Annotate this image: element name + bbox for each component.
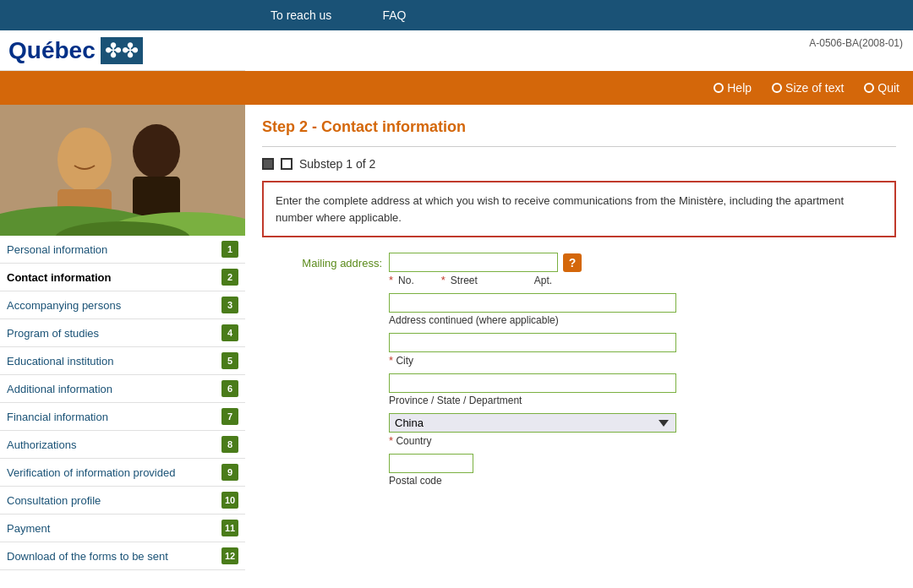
postal-code-sub-label: Postal code: [389, 475, 896, 487]
sidebar-item-educational-institution[interactable]: Educational institution 5: [0, 347, 245, 375]
svg-point-4: [133, 124, 180, 178]
country-controls: China Canada United States France Other …: [389, 413, 896, 447]
nav-faq[interactable]: FAQ: [357, 0, 431, 30]
substep-label: Substep 1 of 2: [299, 157, 375, 171]
sidebar-label: Authorizations: [7, 438, 221, 451]
sidebar-num: 3: [221, 297, 238, 313]
address-continued-input[interactable]: [389, 293, 676, 313]
sidebar-item-consultation-profile[interactable]: Consultation profile 10: [0, 487, 245, 514]
province-input[interactable]: [389, 373, 676, 393]
postal-code-controls: Postal code: [389, 454, 896, 487]
form-section: Mailing address: ? * No. * Street: [262, 253, 896, 487]
apt-label: Apt.: [534, 275, 552, 286]
nav-to-reach-us[interactable]: To reach us: [245, 0, 357, 30]
sidebar-label: Download of the forms to be sent: [7, 550, 221, 563]
sidebar-item-program-of-studies[interactable]: Program of studies 4: [0, 319, 245, 347]
logo-text: Québec: [8, 37, 96, 64]
sidebar-num: 6: [221, 380, 238, 397]
sidebar-item-payment[interactable]: Payment 11: [0, 514, 245, 542]
sidebar-item-authorizations[interactable]: Authorizations 8: [0, 431, 245, 459]
mailing-address-label: Mailing address:: [262, 253, 389, 270]
main-layout: Personal information 1 Contact informati…: [0, 105, 913, 588]
sidebar-num: 8: [221, 436, 238, 453]
province-form-label: [262, 373, 389, 378]
city-row: * City: [262, 333, 896, 367]
sidebar-item-download[interactable]: Download of the forms to be sent 12: [0, 542, 245, 570]
orange-toolbar: Help Size of text Quit: [0, 71, 913, 105]
sidebar-num: 1: [221, 241, 238, 258]
no-required-star: *: [389, 274, 393, 286]
province-sub-label: Province / State / Department: [389, 395, 896, 406]
sidebar-num: 4: [221, 324, 238, 341]
page-title: Step 2 - Contact information: [262, 118, 896, 136]
sidebar-item-financial-information[interactable]: Financial information 7: [0, 403, 245, 431]
svg-text:✤✤: ✤✤: [105, 39, 139, 62]
quit-radio-icon: [864, 83, 874, 93]
country-row: China Canada United States France Other …: [262, 413, 896, 447]
top-nav: To reach us FAQ: [0, 0, 913, 30]
ref-number: A-0506-BA(2008-01): [245, 30, 913, 71]
sidebar: Personal information 1 Contact informati…: [0, 105, 245, 588]
info-box: Enter the complete address at which you …: [262, 181, 896, 237]
sidebar-label: Educational institution: [7, 355, 221, 368]
sidebar-item-personal-information[interactable]: Personal information 1: [0, 236, 245, 264]
city-sub-label: * City: [389, 354, 896, 367]
city-input[interactable]: [389, 333, 676, 352]
postal-code-row: Postal code: [262, 454, 896, 487]
sidebar-num: 7: [221, 408, 238, 425]
sidebar-num: 9: [221, 464, 238, 481]
sidebar-nav: Personal information 1 Contact informati…: [0, 236, 245, 570]
help-button[interactable]: Help: [713, 81, 752, 95]
content-area: Step 2 - Contact information Substep 1 o…: [245, 105, 913, 588]
address-continued-controls: Address continued (where applicable): [389, 293, 896, 326]
sidebar-label: Additional information: [7, 383, 221, 395]
address-continued-row: Address continued (where applicable): [262, 293, 896, 326]
street-label: Street: [451, 275, 478, 286]
no-label: No.: [398, 275, 414, 286]
mailing-address-controls: ? * No. * Street Apt.: [389, 253, 896, 286]
street-required-star: *: [441, 274, 446, 286]
province-controls: Province / State / Department: [389, 373, 896, 406]
size-of-text-radio-icon: [772, 83, 782, 93]
country-sub-label: * Country: [389, 434, 896, 447]
city-form-label: [262, 333, 389, 337]
province-row: Province / State / Department: [262, 373, 896, 406]
sidebar-num: 2: [221, 269, 238, 286]
help-radio-icon: [713, 83, 724, 93]
postal-code-form-label: [262, 454, 389, 458]
sidebar-item-verification[interactable]: Verification of information provided 9: [0, 459, 245, 487]
svg-point-6: [57, 128, 112, 192]
sidebar-num: 11: [221, 520, 238, 536]
postal-code-input[interactable]: [389, 454, 473, 473]
sidebar-photo-svg: [0, 105, 245, 236]
city-controls: * City: [389, 333, 896, 367]
sidebar-item-contact-information[interactable]: Contact information 2: [0, 264, 245, 291]
country-required-star: *: [389, 434, 393, 447]
help-icon-button[interactable]: ?: [563, 253, 582, 272]
substep-filled-icon: [262, 158, 274, 170]
sidebar-label: Verification of information provided: [7, 466, 221, 479]
sidebar-label: Financial information: [7, 411, 221, 423]
sidebar-label: Personal information: [7, 243, 221, 256]
sidebar-label: Contact information: [7, 271, 221, 284]
country-form-label: [262, 413, 389, 417]
header-area: Québec ✤✤ A-0506-BA(2008-01): [0, 30, 913, 71]
sidebar-label: Program of studies: [7, 327, 221, 340]
country-select[interactable]: China Canada United States France Other: [389, 413, 676, 433]
info-box-text: Enter the complete address at which you …: [276, 194, 844, 224]
size-of-text-button[interactable]: Size of text: [772, 81, 844, 95]
quit-button[interactable]: Quit: [864, 81, 899, 95]
sidebar-item-accompanying-persons[interactable]: Accompanying persons 3: [0, 291, 245, 319]
sidebar-num: 12: [221, 547, 238, 564]
logo-fleurs: ✤✤: [101, 37, 143, 64]
fleur-de-lis-icon: ✤✤: [101, 37, 143, 64]
substep-row: Substep 1 of 2: [262, 157, 896, 171]
mailing-address-input[interactable]: [389, 253, 558, 272]
title-divider: [262, 146, 896, 147]
address-continued-form-label: [262, 293, 389, 297]
address-continued-sub-label: Address continued (where applicable): [389, 314, 896, 326]
sidebar-label: Consultation profile: [7, 494, 221, 507]
sidebar-label: Accompanying persons: [7, 299, 221, 312]
sidebar-item-additional-information[interactable]: Additional information 6: [0, 375, 245, 403]
substep-empty-icon: [281, 158, 292, 170]
